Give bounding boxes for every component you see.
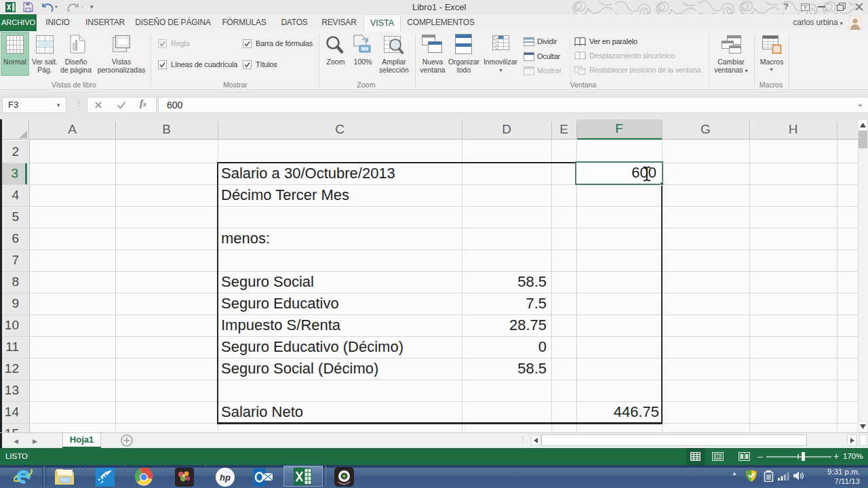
svg-text:hp: hp: [220, 472, 231, 483]
